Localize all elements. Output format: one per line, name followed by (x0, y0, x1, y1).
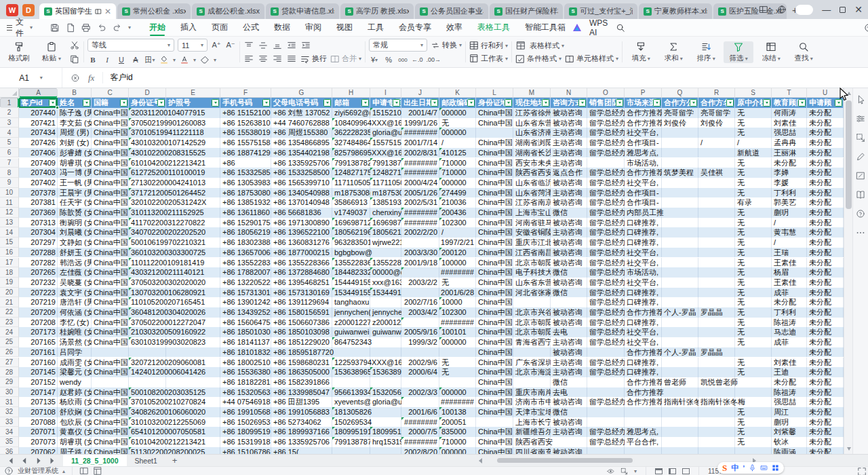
normal-view-icon[interactable] (655, 468, 663, 474)
selection-fill-handle[interactable] (56, 106, 59, 109)
file-tab[interactable]: S宁夏教师样本.xlsx (639, 3, 712, 19)
percent-button[interactable]: % (383, 54, 394, 65)
selection-mode-icon[interactable] (620, 468, 628, 475)
cancel-icon[interactable] (71, 73, 80, 83)
row-header[interactable]: 20 (0, 288, 19, 298)
column-header-G[interactable]: G (271, 88, 332, 98)
search-icon[interactable] (616, 23, 625, 33)
docer-logo[interactable]: D (22, 4, 35, 16)
currency-button[interactable]: ¥▾ (369, 54, 380, 65)
file-tab[interactable]: S贷款申请信息.xlsx (266, 3, 339, 19)
formula-content[interactable]: 客户id (102, 72, 132, 83)
eraser-button[interactable] (199, 54, 210, 65)
font-name-select[interactable]: 等线▾ (87, 39, 174, 52)
row-header[interactable]: 28 (0, 367, 19, 377)
hscroll-left-icon[interactable] (479, 458, 482, 463)
menu-item[interactable]: 智能工具箱 (517, 19, 573, 36)
column-header-J[interactable]: J (401, 88, 439, 98)
column-header-K[interactable]: K (439, 88, 476, 98)
row-header[interactable]: 32 (0, 407, 19, 417)
filter-button[interactable] (653, 99, 660, 107)
row-header[interactable]: 3 (0, 118, 19, 128)
查找-button[interactable]: 查找 ▾ (789, 41, 818, 63)
add-sheet-button[interactable]: + (165, 455, 184, 466)
menu-item[interactable]: 视图 (329, 19, 360, 36)
column-header-M[interactable]: M (513, 88, 551, 98)
column-header-C[interactable]: C (92, 88, 129, 98)
frame-icon[interactable] (856, 133, 865, 142)
wps-logo[interactable]: W (6, 4, 18, 16)
keyboard-icon[interactable] (760, 464, 768, 472)
column-header-P[interactable]: P (625, 88, 662, 98)
align-justify-button[interactable] (286, 54, 297, 64)
row-header[interactable]: 35 (0, 437, 19, 447)
undo-icon[interactable] (97, 23, 106, 33)
row-header[interactable]: 25 (0, 337, 19, 347)
fullscreen-icon[interactable] (857, 467, 867, 475)
select-all-corner[interactable] (0, 88, 19, 98)
filter-button[interactable] (83, 99, 90, 107)
ime-lang-toggle[interactable]: 中 (731, 463, 738, 473)
filter-button[interactable] (323, 99, 331, 107)
sheet-tab[interactable]: 11_28_5_1000 (63, 455, 127, 467)
filter-button[interactable] (212, 99, 219, 107)
row-header[interactable]: 15 (0, 238, 19, 248)
quick-access-caret-icon[interactable]: ▾ (128, 24, 131, 31)
align-right-button[interactable] (272, 54, 283, 64)
排序-button[interactable]: 排序 ▾ (691, 41, 721, 63)
thousands-button[interactable]: 000 (397, 54, 408, 65)
format-painter-button[interactable]: 格式刷 (4, 41, 34, 63)
row-header[interactable]: 31 (0, 397, 19, 407)
row-header[interactable]: 27 (0, 358, 19, 368)
pointer-icon[interactable] (856, 95, 865, 104)
wps-ai-label[interactable]: WPS AI (589, 18, 608, 37)
column-header-O[interactable]: O (587, 88, 625, 98)
eye-icon[interactable] (607, 468, 614, 475)
filter-button[interactable] (542, 99, 549, 107)
worksheet-button[interactable]: 工作表▾ (469, 54, 508, 64)
filter-button[interactable] (690, 99, 697, 107)
font-color-button[interactable] (179, 54, 190, 65)
align-left-button[interactable] (243, 54, 254, 64)
bold-button[interactable]: B (87, 54, 98, 65)
first-sheet-icon[interactable] (5, 456, 15, 466)
borders-button[interactable]: 田▾ (144, 54, 155, 65)
filter-button[interactable] (505, 99, 512, 107)
column-header-D[interactable]: D (129, 88, 166, 98)
conditional-format-button[interactable]: 条件格式▾ (515, 54, 561, 64)
minimize-button[interactable]: — (822, 5, 831, 15)
paste-button[interactable]: 粘贴 ▾ (37, 41, 66, 63)
cut-button[interactable] (69, 40, 80, 51)
number-format-select[interactable]: 常规▾ (369, 39, 427, 52)
upload-icon[interactable] (864, 23, 868, 33)
close-tab-icon[interactable]: ✕ (104, 8, 111, 15)
column-header-F[interactable]: F (220, 88, 271, 98)
help-icon[interactable] (856, 209, 865, 218)
column-header-L[interactable]: L (476, 88, 513, 98)
outline-icon[interactable] (93, 466, 102, 475)
column-header-E[interactable]: E (166, 88, 220, 98)
filter-button[interactable] (157, 99, 165, 107)
rows-cols-button[interactable]: 行和列▾ (469, 41, 508, 51)
increase-decimal-button[interactable]: ←.0 (412, 54, 423, 65)
row-header[interactable]: 14 (0, 227, 19, 238)
next-sheet-icon[interactable] (34, 456, 43, 466)
row-header[interactable]: 22 (0, 307, 19, 318)
save-icon[interactable] (50, 23, 60, 33)
row-header[interactable]: 9 (0, 178, 19, 188)
font-increase-button[interactable]: A⁺ (211, 40, 222, 51)
filter-button[interactable] (262, 99, 270, 107)
fill-color-button[interactable] (159, 54, 170, 65)
copy-button[interactable] (69, 54, 80, 64)
row-header[interactable]: 29 (0, 377, 19, 387)
row-header-1[interactable]: 1 (0, 98, 19, 108)
plugin-caret-icon[interactable]: ▴ (62, 468, 65, 474)
filter-button[interactable] (578, 99, 586, 107)
column-header-N[interactable]: N (551, 88, 587, 98)
column-header-R[interactable]: R (698, 88, 735, 98)
font-decrease-button[interactable]: A⁻ (225, 40, 236, 51)
求和-button[interactable]: 求和 ▾ (658, 41, 688, 63)
align-middle-button[interactable] (258, 40, 269, 51)
column-header-T[interactable]: T (772, 88, 807, 98)
row-header[interactable]: 6 (0, 148, 19, 158)
